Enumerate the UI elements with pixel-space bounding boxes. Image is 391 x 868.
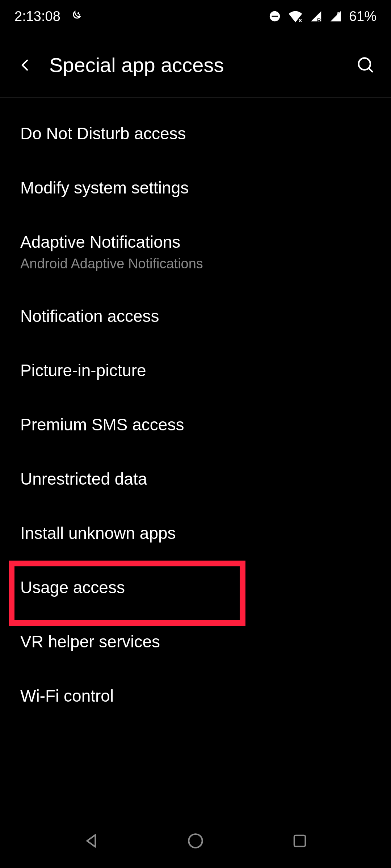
settings-row-label: Premium SMS access xyxy=(20,415,371,434)
svg-text:R: R xyxy=(317,17,321,22)
back-button[interactable] xyxy=(14,54,36,76)
settings-row-label: Unrestricted data xyxy=(20,469,371,489)
status-time: 2:13:08 xyxy=(14,9,60,24)
settings-row[interactable]: VR helper services xyxy=(0,614,391,669)
settings-row[interactable]: Premium SMS access xyxy=(0,397,391,452)
svg-text:x: x xyxy=(337,10,339,16)
settings-row[interactable]: Adaptive NotificationsAndroid Adaptive N… xyxy=(0,215,391,289)
settings-row-label: Adaptive Notifications xyxy=(20,232,371,252)
settings-row[interactable]: Do Not Disturb access xyxy=(0,106,391,161)
svg-line-8 xyxy=(369,68,373,72)
settings-row[interactable]: Unrestricted data xyxy=(0,452,391,506)
signal-1-icon: R xyxy=(310,10,322,22)
settings-row-label: VR helper services xyxy=(20,632,371,651)
nav-home-button[interactable] xyxy=(183,828,208,854)
app-bar: Special app access xyxy=(0,33,391,98)
navigation-bar xyxy=(0,814,391,868)
svg-point-9 xyxy=(189,834,202,848)
wifi-icon xyxy=(288,10,303,22)
svg-rect-10 xyxy=(294,835,305,847)
svg-rect-3 xyxy=(272,16,278,17)
settings-row-label: Install unknown apps xyxy=(20,523,371,543)
settings-row[interactable]: Picture-in-picture xyxy=(0,343,391,397)
svg-point-1 xyxy=(79,14,80,15)
bedtime-icon xyxy=(69,10,81,22)
settings-row[interactable]: Modify system settings xyxy=(0,161,391,215)
settings-row-label: Picture-in-picture xyxy=(20,361,371,380)
status-battery: 61% xyxy=(349,9,377,24)
status-bar-right: R x 61% xyxy=(269,9,377,24)
status-bar-left: 2:13:08 xyxy=(14,9,81,24)
settings-row[interactable]: Wi-Fi control xyxy=(0,669,391,723)
settings-row-label: Wi-Fi control xyxy=(20,686,371,706)
svg-point-7 xyxy=(359,58,371,70)
settings-list: Do Not Disturb accessModify system setti… xyxy=(0,98,391,723)
settings-row[interactable]: Notification access xyxy=(0,289,391,343)
signal-2-icon: x xyxy=(329,10,342,22)
settings-row-label: Usage access xyxy=(20,578,371,597)
status-bar: 2:13:08 R x 61% xyxy=(0,0,391,33)
search-button[interactable] xyxy=(355,54,377,76)
settings-row-label: Do Not Disturb access xyxy=(20,124,371,143)
nav-back-button[interactable] xyxy=(79,828,104,854)
settings-row-sublabel: Android Adaptive Notifications xyxy=(20,256,371,272)
settings-row-label: Notification access xyxy=(20,306,371,326)
nav-recent-button[interactable] xyxy=(287,828,312,854)
settings-row-label: Modify system settings xyxy=(20,178,371,197)
page-title: Special app access xyxy=(49,53,355,77)
svg-point-0 xyxy=(78,13,79,13)
settings-row[interactable]: Install unknown apps xyxy=(0,506,391,560)
settings-row[interactable]: Usage access xyxy=(0,560,391,614)
dnd-icon xyxy=(269,10,281,22)
